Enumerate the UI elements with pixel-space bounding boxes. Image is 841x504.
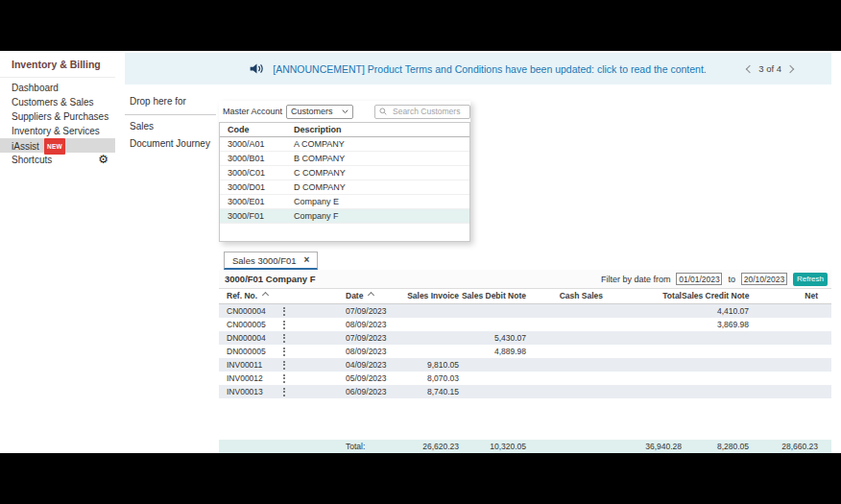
refresh-button[interactable]: Refresh	[793, 273, 828, 286]
transaction-debit	[459, 304, 526, 318]
transaction-invoice	[403, 331, 459, 345]
transaction-row[interactable]: INV0001104/09/20239,810.05	[219, 358, 831, 372]
transaction-row[interactable]: DN00000407/09/20235,430.07	[219, 331, 831, 345]
chevron-left-icon[interactable]	[746, 64, 754, 72]
customer-table: Code Description 3000/A01A COMPANY3000/B…	[219, 122, 470, 242]
customer-row[interactable]: 3000/F01Company F	[220, 209, 469, 224]
transaction-invoice: 9,810.05	[403, 358, 459, 372]
drop-target-document-journey[interactable]: Document Journey	[125, 132, 216, 150]
transaction-credit	[682, 345, 749, 358]
transaction-invoice	[403, 304, 459, 318]
total-total: 36,940.28	[603, 440, 682, 453]
kebab-menu-icon[interactable]	[279, 319, 289, 331]
sidebar-title: Inventory & Billing	[0, 51, 115, 78]
transaction-cash	[526, 358, 603, 372]
sidebar-item-inventory-services[interactable]: Inventory & Services	[0, 124, 115, 138]
customer-row[interactable]: 3000/E01Company E	[220, 195, 469, 209]
total-sales-debit-note: 10,320.05	[459, 440, 526, 453]
customer-description: Company E	[294, 195, 469, 208]
master-account-panel: Master Account Customers Code Descriptio…	[219, 101, 470, 242]
date-to-input[interactable]	[741, 273, 787, 285]
drop-panel-title: Drop here for	[125, 92, 216, 115]
kebab-menu-icon[interactable]	[279, 359, 289, 372]
kebab-menu-icon[interactable]	[279, 305, 289, 318]
customer-code: 3000/C01	[220, 166, 294, 180]
drop-panel: Drop here for SalesDocument Journey	[125, 92, 216, 150]
date-from-input[interactable]	[676, 273, 722, 285]
master-account-dropdown[interactable]: Customers	[286, 105, 353, 119]
date-header[interactable]: Date	[346, 289, 403, 303]
chevron-right-icon[interactable]	[786, 64, 794, 72]
customer-row[interactable]: 3000/D01D COMPANY	[220, 180, 469, 195]
total-row-spacer	[219, 440, 278, 453]
transaction-total	[603, 385, 682, 398]
detail-title: 3000/F01 Company F	[225, 274, 316, 284]
transaction-row[interactable]: INV0001306/09/20238,740.15	[219, 385, 831, 398]
transaction-net	[749, 372, 818, 385]
search-icon	[379, 108, 387, 115]
transaction-row[interactable]: CN00000407/09/20234,410.07	[219, 304, 831, 318]
row-menu-header	[278, 289, 346, 303]
transaction-debit	[459, 372, 526, 385]
sidebar-item-customers-sales[interactable]: Customers & Sales	[0, 95, 115, 109]
customer-row[interactable]: 3000/B01B COMPANY	[220, 152, 469, 166]
row-menu-cell	[278, 358, 346, 372]
ref-no-header[interactable]: Ref. No.	[219, 289, 278, 303]
customer-code: 3000/A01	[220, 137, 294, 151]
customer-search-input[interactable]	[391, 106, 466, 117]
kebab-menu-icon[interactable]	[279, 386, 289, 398]
sidebar-item-label: Dashboard	[12, 83, 59, 93]
sidebar-item-label: Inventory & Services	[12, 126, 100, 136]
announcement-text[interactable]: [ANNOUNCEMENT] Product Terms and Conditi…	[273, 63, 707, 75]
transaction-debit: 4,889.98	[459, 345, 526, 358]
transaction-row[interactable]: INV0001205/09/20238,070.03	[219, 372, 831, 385]
filter-label: Filter by date from	[601, 275, 671, 284]
transaction-net	[749, 358, 818, 372]
row-menu-cell	[278, 304, 346, 318]
drop-panel-items: SalesDocument Journey	[125, 115, 216, 150]
table-filler	[219, 398, 831, 440]
kebab-menu-icon[interactable]	[279, 346, 289, 358]
total-sales-credit-note: 8,280.05	[682, 440, 749, 453]
sidebar-item-dashboard[interactable]: Dashboard	[0, 81, 115, 95]
transaction-row[interactable]: DN00000508/09/20234,889.98	[219, 345, 831, 358]
total-label: Total:	[346, 440, 403, 453]
dropdown-selected-value: Customers	[291, 107, 333, 116]
transaction-date: 05/09/2023	[346, 372, 403, 385]
transaction-ref: INV00011	[219, 358, 278, 372]
customer-row[interactable]: 3000/C01C COMPANY	[220, 166, 469, 180]
announcement-banner[interactable]: [ANNOUNCEMENT] Product Terms and Conditi…	[125, 53, 831, 84]
kebab-menu-icon[interactable]	[279, 332, 289, 345]
transaction-cash	[526, 372, 603, 385]
transaction-cash	[526, 345, 603, 358]
transaction-net	[749, 318, 818, 331]
gear-icon[interactable]: ⚙	[98, 154, 108, 166]
transaction-row[interactable]: CN00000508/09/20233,869.98	[219, 318, 831, 331]
sidebar-item-iassist[interactable]: iAssistNEW	[0, 138, 115, 153]
sidebar-item-label: Customers & Sales	[12, 97, 94, 108]
drop-target-sales[interactable]: Sales	[125, 115, 216, 132]
kebab-menu-icon[interactable]	[279, 372, 289, 385]
tab-sales-3000-f01[interactable]: Sales 3000/F01 ×	[224, 252, 318, 270]
transaction-date: 08/09/2023	[346, 318, 403, 331]
transaction-credit: 4,410.07	[682, 304, 749, 318]
row-menu-cell	[278, 345, 346, 358]
sidebar-item-suppliers-purchases[interactable]: Suppliers & Purchases	[0, 109, 115, 124]
transaction-net	[749, 304, 818, 318]
total-net: 28,660.23	[749, 440, 818, 453]
sidebar-item-label: Suppliers & Purchases	[12, 111, 108, 122]
sidebar-item-shortcuts[interactable]: Shortcuts⚙	[0, 153, 115, 167]
tab-close-icon[interactable]: ×	[304, 255, 310, 265]
banner-page-indicator: 3 of 4	[758, 63, 781, 74]
total-row-spacer	[278, 440, 346, 453]
customer-code: 3000/E01	[220, 195, 294, 208]
transaction-total	[603, 372, 682, 385]
row-menu-cell	[278, 385, 346, 398]
chevron-down-icon	[342, 109, 348, 114]
transaction-cash	[526, 385, 603, 398]
total-sales-invoice: 26,620.23	[403, 440, 459, 453]
customer-table-header: Code Description	[220, 123, 469, 137]
transaction-date: 08/09/2023	[346, 345, 403, 358]
customer-row[interactable]: 3000/A01A COMPANY	[220, 137, 469, 152]
customer-description-header: Description	[294, 123, 469, 136]
